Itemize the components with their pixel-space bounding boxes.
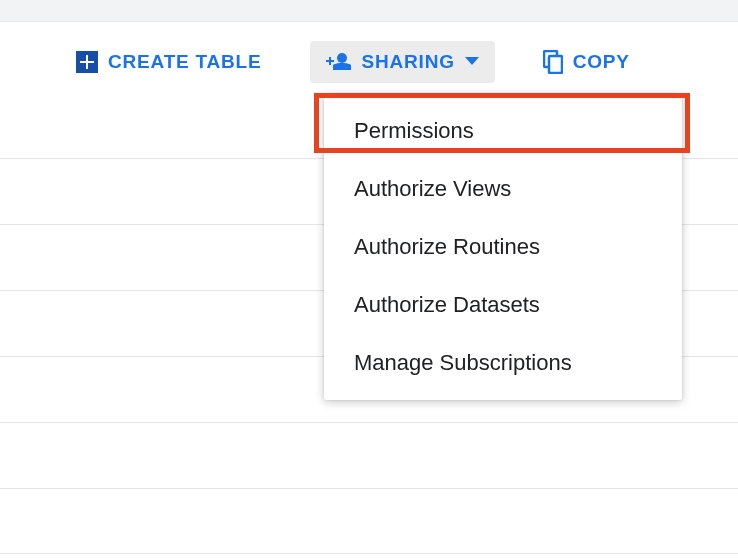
svg-point-0 (337, 53, 347, 63)
person-add-icon (326, 52, 352, 72)
menu-item-authorize-datasets[interactable]: Authorize Datasets (324, 276, 682, 334)
chevron-down-icon (465, 57, 479, 67)
table-row (0, 422, 738, 488)
create-table-button[interactable]: Create Table (60, 41, 278, 83)
sharing-dropdown-menu: Permissions Authorize Views Authorize Ro… (324, 94, 682, 400)
sharing-label: Sharing (362, 51, 455, 73)
menu-item-authorize-routines[interactable]: Authorize Routines (324, 218, 682, 276)
plus-box-icon (76, 51, 98, 73)
create-table-label: Create Table (108, 51, 262, 73)
menu-item-manage-subscriptions[interactable]: Manage Subscriptions (324, 334, 682, 392)
menu-item-authorize-views[interactable]: Authorize Views (324, 160, 682, 218)
sharing-button[interactable]: Sharing (310, 41, 495, 83)
copy-icon (543, 50, 563, 74)
copy-button[interactable]: Copy (527, 40, 646, 84)
toolbar: Create Table Sharing Copy (0, 22, 738, 104)
top-strip (0, 0, 738, 22)
menu-item-permissions[interactable]: Permissions (324, 102, 682, 160)
table-row (0, 488, 738, 554)
svg-rect-2 (549, 56, 562, 73)
copy-label: Copy (573, 51, 630, 73)
